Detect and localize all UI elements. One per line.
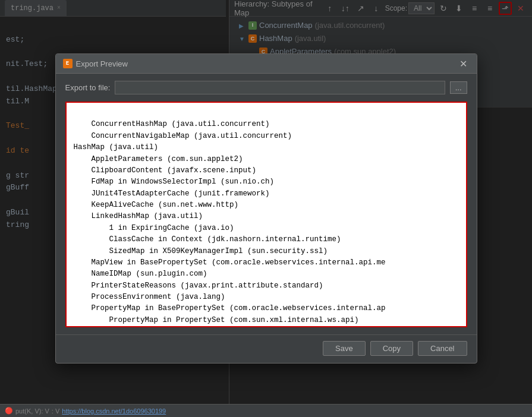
- copy-button[interactable]: Copy: [370, 341, 413, 356]
- preview-area: ConcurrentHashMap (java.util.concurrent)…: [65, 102, 467, 327]
- export-dialog: E Export Preview ✕ Export to file: ... C…: [55, 53, 477, 364]
- statusbar-separator: : V: [52, 407, 59, 415]
- export-file-row: Export to file: ...: [65, 81, 467, 94]
- statusbar-link[interactable]: https://blog.csdn.net/1do609630199: [62, 407, 166, 415]
- dialog-footer: Save Copy Cancel: [56, 334, 477, 363]
- save-button[interactable]: Save: [323, 341, 366, 356]
- dialog-body: Export to file: ... ConcurrentHashMap (j…: [56, 74, 477, 334]
- statusbar: 🔴 put(K, V): V : V https://blog.csdn.net…: [0, 404, 532, 417]
- dialog-overlay: E Export Preview ✕ Export to file: ... C…: [0, 0, 532, 417]
- dialog-title-text: Export Preview: [76, 59, 128, 68]
- cancel-button[interactable]: Cancel: [418, 341, 467, 356]
- dialog-title-group: E Export Preview: [63, 59, 128, 68]
- export-file-input[interactable]: [115, 81, 445, 94]
- browse-button[interactable]: ...: [450, 81, 467, 94]
- statusbar-text: put(K, V): V: [15, 407, 49, 415]
- export-file-label: Export to file:: [65, 83, 111, 92]
- dialog-title-icon: E: [63, 59, 73, 68]
- statusbar-icon: 🔴: [5, 407, 13, 415]
- dialog-titlebar: E Export Preview ✕: [56, 54, 477, 74]
- dialog-close-button[interactable]: ✕: [458, 58, 470, 70]
